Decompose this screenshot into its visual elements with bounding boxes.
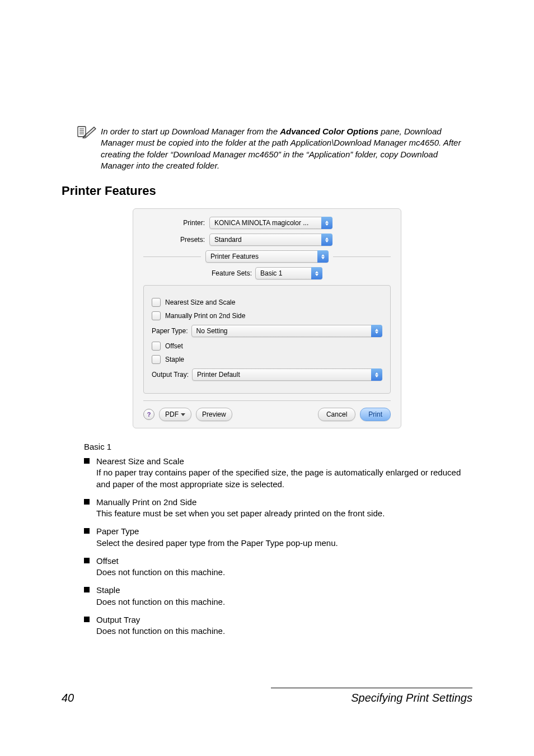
paper-type-value: No Setting	[196, 327, 372, 335]
print-dialog: Printer: KONICA MINOLTA magicolor ... Pr…	[133, 208, 401, 428]
presets-label: Presets:	[143, 236, 209, 244]
note-icon	[77, 125, 96, 141]
note-block: In order to start up Download Manager fr…	[77, 126, 472, 171]
page-number: 40	[62, 692, 74, 704]
note-text: In order to start up Download Manager fr…	[101, 126, 472, 171]
feature-sets-select[interactable]: Basic 1	[255, 267, 322, 279]
stepper-icon	[321, 234, 332, 246]
check-nearest-size[interactable]: Nearest Size and Scale	[152, 298, 382, 307]
feature-sets-value: Basic 1	[260, 269, 311, 277]
list-item-desc: If no paper tray contains paper of the s…	[96, 467, 472, 490]
stepper-icon	[311, 267, 322, 279]
stepper-icon	[371, 325, 382, 337]
checkbox-icon	[152, 342, 161, 351]
pane-select[interactable]: Printer Features	[205, 250, 329, 263]
printer-select-value: KONICA MINOLTA magicolor ...	[214, 219, 321, 227]
presets-select[interactable]: Standard	[209, 234, 332, 246]
pane-select-value: Printer Features	[210, 253, 317, 260]
list-item-title: Offset	[96, 556, 472, 567]
check-manual-2nd[interactable]: Manually Print on 2nd Side	[152, 311, 382, 320]
svg-rect-0	[78, 127, 86, 137]
note-text-bold: Advanced Color Options	[280, 127, 378, 136]
list-item-title: Staple	[96, 585, 472, 596]
help-button[interactable]: ?	[143, 409, 154, 420]
check-manual-2nd-label: Manually Print on 2nd Side	[165, 312, 245, 320]
pdf-button[interactable]: PDF	[159, 408, 191, 421]
options-panel: Nearest Size and Scale Manually Print on…	[143, 285, 391, 394]
feature-list: Nearest Size and Scale If no paper tray …	[84, 456, 472, 637]
list-item: Manually Print on 2nd Side This feature …	[84, 497, 472, 520]
list-item: Paper Type Select the desired paper type…	[84, 526, 472, 549]
chevron-down-icon	[181, 413, 185, 416]
printer-label: Printer:	[143, 219, 209, 227]
list-item-desc: Does not function on this machine.	[96, 626, 472, 637]
printer-select[interactable]: KONICA MINOLTA magicolor ...	[209, 217, 332, 229]
list-item-title: Output Tray	[96, 614, 472, 626]
preview-button[interactable]: Preview	[196, 408, 232, 421]
check-staple-label: Staple	[165, 356, 184, 363]
presets-select-value: Standard	[214, 236, 321, 244]
list-item-desc: Does not function on this machine.	[96, 596, 472, 608]
stepper-icon	[371, 368, 382, 381]
note-text-pre: In order to start up Download Manager fr…	[101, 127, 280, 136]
checkbox-icon	[152, 355, 161, 364]
list-item-desc: Select the desired paper type from the P…	[96, 538, 472, 549]
list-item-title: Nearest Size and Scale	[96, 456, 472, 467]
list-item-desc: This feature must be set when you set pa…	[96, 508, 472, 519]
check-offset[interactable]: Offset	[152, 342, 382, 351]
pdf-button-label: PDF	[165, 410, 179, 418]
check-offset-label: Offset	[165, 342, 183, 350]
list-item: Staple Does not function on this machine…	[84, 585, 472, 608]
output-tray-select[interactable]: Printer Default	[192, 368, 382, 381]
cancel-button[interactable]: Cancel	[318, 408, 355, 421]
section-heading: Printer Features	[62, 184, 472, 198]
checkbox-icon	[152, 298, 161, 307]
subsection-heading: Basic 1	[84, 442, 472, 451]
stepper-icon	[317, 250, 329, 263]
list-item: Output Tray Does not function on this ma…	[84, 614, 472, 637]
paper-type-label: Paper Type:	[152, 327, 188, 335]
check-staple[interactable]: Staple	[152, 355, 382, 364]
list-item-title: Manually Print on 2nd Side	[96, 497, 472, 508]
page-footer: 40 Specifying Print Settings	[62, 688, 472, 704]
list-item-desc: Does not function on this machine.	[96, 567, 472, 578]
list-item: Offset Does not function on this machine…	[84, 556, 472, 578]
check-nearest-label: Nearest Size and Scale	[165, 298, 235, 306]
paper-type-select[interactable]: No Setting	[191, 325, 383, 337]
footer-title: Specifying Print Settings	[351, 692, 472, 704]
feature-sets-label: Feature Sets:	[212, 269, 255, 277]
list-item: Nearest Size and Scale If no paper tray …	[84, 456, 472, 490]
print-button[interactable]: Print	[360, 408, 391, 421]
list-item-title: Paper Type	[96, 526, 472, 537]
checkbox-icon	[152, 311, 161, 320]
output-tray-value: Printer Default	[197, 371, 371, 379]
stepper-icon	[321, 217, 332, 229]
output-tray-label: Output Tray:	[152, 371, 189, 379]
